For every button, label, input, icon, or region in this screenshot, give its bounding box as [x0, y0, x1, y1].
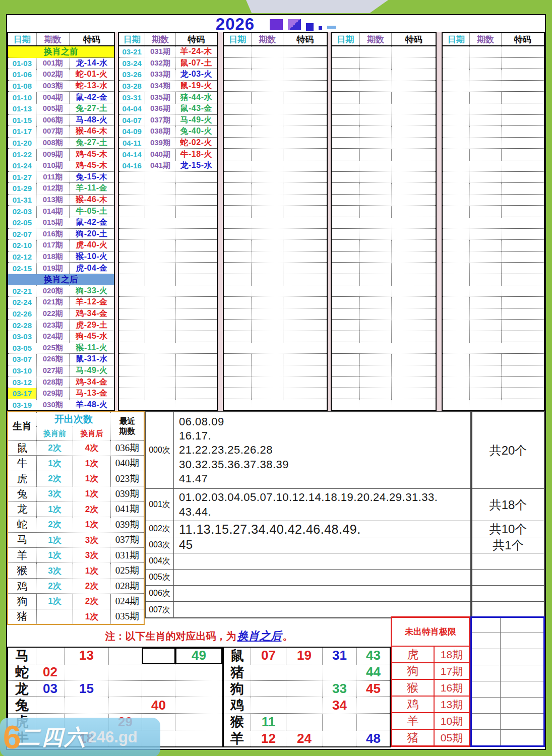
draw-date [332, 115, 360, 126]
bottom-cell [36, 697, 65, 713]
draw-date [224, 149, 252, 160]
draw-row [332, 365, 436, 377]
table-header: 日期 期数 特码 [443, 33, 544, 46]
draw-code: 鼠-19-火 [176, 81, 217, 92]
draw-code [283, 251, 327, 263]
draw-code [283, 388, 327, 399]
draw-date [332, 160, 360, 171]
draw-date [119, 285, 145, 296]
bottom-cell: 33 [323, 681, 357, 697]
stats-row: 鼠2次4次036期 [8, 440, 144, 456]
draw-row [224, 81, 327, 92]
stats-after-count: 2次 [73, 502, 110, 517]
draw-row [332, 92, 436, 103]
limit-zodiac: 猪 [392, 730, 435, 745]
draw-code [502, 354, 544, 365]
stats-after-count: 2次 [73, 579, 110, 593]
freq-row: 005次 [146, 570, 470, 586]
table-header: 日期 期数 特码 [332, 33, 436, 46]
draw-period: 009期 [37, 149, 70, 160]
bottom-cell [251, 697, 286, 713]
draw-period: 035期 [145, 92, 175, 103]
draw-code: 猴-46-木 [70, 126, 114, 137]
draw-row [332, 320, 436, 331]
draw-date [443, 46, 470, 57]
draw-code [392, 46, 436, 57]
draw-date [443, 217, 470, 228]
draw-date: 02-05 [8, 217, 37, 228]
draw-date [332, 172, 360, 183]
bottom-cell [65, 697, 109, 713]
stats-row: 牛1次1次040期 [8, 456, 144, 471]
draw-period [470, 138, 501, 149]
draw-date [443, 308, 470, 320]
draw-code [283, 274, 327, 285]
draw-row [332, 308, 436, 320]
freq-label: 005次 [146, 570, 174, 585]
stats-before-count: 1次 [36, 533, 73, 547]
bottom-cell [286, 664, 323, 680]
censor-block-icon [288, 19, 301, 30]
col-header-code: 特码 [283, 33, 327, 45]
draw-row [224, 274, 327, 286]
bottom-cell [357, 697, 390, 713]
draw-code [392, 342, 436, 353]
draw-row [224, 331, 327, 343]
draw-code [392, 331, 436, 342]
watermark: 6 二四六 246.gd [0, 718, 160, 756]
empty-cell [501, 665, 543, 681]
draw-period: 029期 [37, 388, 70, 399]
draw-code: 鸡-45-木 [70, 149, 114, 160]
freq-count: 共1个 [472, 537, 544, 553]
bottom-zodiac: 兔 [8, 697, 36, 713]
draw-code: 猴-10-火 [70, 251, 114, 263]
limit-zodiac: 羊 [392, 713, 435, 729]
draw-row [224, 263, 327, 274]
draw-period: 033期 [145, 69, 175, 80]
bottom-cell [109, 648, 142, 664]
section-banner: 换肖之后 [8, 274, 114, 286]
stats-zodiac: 猪 [8, 609, 36, 624]
stats-header-before: 换肖前 [36, 426, 73, 440]
bottom-row: 猴11 [224, 714, 390, 730]
bottom-cell [175, 714, 222, 730]
draw-date: 03-19 [8, 399, 37, 410]
draw-date: 01-31 [8, 195, 37, 206]
bottom-zodiac: 猴 [224, 714, 251, 730]
draw-date [332, 342, 360, 353]
draw-code [502, 195, 544, 206]
draw-code [176, 399, 217, 410]
draw-row [443, 342, 544, 354]
empty-cell [501, 714, 543, 729]
draw-period: 023期 [37, 320, 70, 331]
table-header: 日期 期数 特码 [8, 33, 114, 46]
stats-header-count: 开出次数 [36, 412, 110, 426]
stats-row: 蛇2次1次039期 [8, 517, 144, 532]
draw-period [470, 149, 501, 160]
draw-period [470, 206, 501, 217]
page: 2026 日期 期数 特码 换肖之前01-03001期龙-14-水01-0600… [0, 0, 552, 756]
draw-code [392, 399, 436, 410]
bottom-cell: 13 [65, 648, 109, 664]
draw-row [443, 240, 544, 251]
draw-row [224, 388, 327, 400]
draw-row [224, 160, 327, 172]
draw-date [332, 81, 360, 92]
draw-period [360, 240, 392, 251]
draw-period: 018期 [37, 251, 70, 263]
bottom-row: 龙0315 [8, 681, 222, 698]
draw-date [119, 229, 145, 240]
draw-row [332, 115, 436, 127]
draw-period [470, 217, 501, 228]
stats-recent-period: 039期 [110, 486, 144, 501]
bottom-cell: 15 [65, 681, 109, 697]
bottom-cell [109, 697, 142, 713]
draw-date [224, 320, 252, 331]
draw-row [443, 285, 544, 297]
draw-row: 03-26033期龙-03-火 [119, 69, 217, 81]
draw-row: 03-21031期羊-24-木 [119, 46, 217, 58]
draw-table-3: 日期 期数 特码 [223, 32, 328, 411]
freq-label: 007次 [146, 602, 174, 618]
draw-date: 01-08 [8, 81, 37, 92]
draw-date [332, 126, 360, 137]
